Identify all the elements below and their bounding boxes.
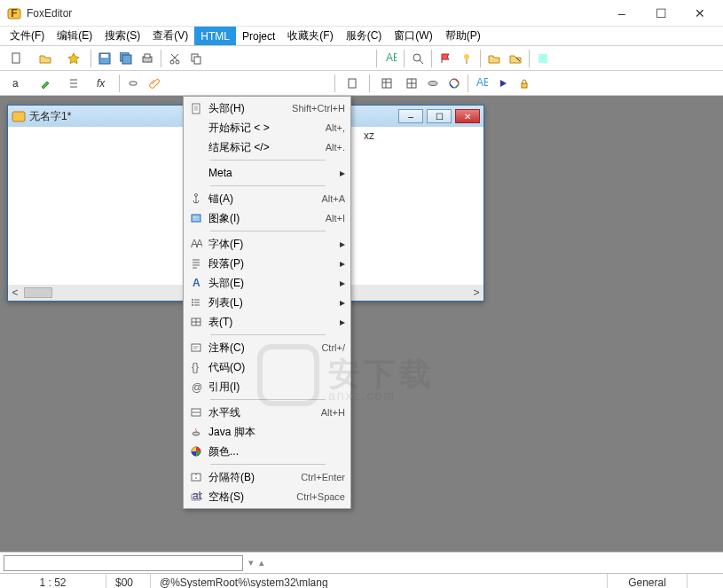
svg-text:AB: AB xyxy=(476,77,488,89)
spellcheck-button[interactable]: ABC xyxy=(381,49,400,68)
scroll-right-icon[interactable]: > xyxy=(469,286,483,299)
menuitem-label: Java 脚本 xyxy=(208,425,345,440)
menuitem-o[interactable]: {}代码(O) xyxy=(184,357,350,377)
color-icon xyxy=(187,444,205,459)
menuitem-[interactable]: 颜色... xyxy=(184,442,350,461)
menuitem-label: 引用(I) xyxy=(208,380,345,395)
print-button[interactable] xyxy=(138,49,157,68)
menuitem-shortcut: Shift+Ctrl+H xyxy=(292,103,345,114)
minimize-button[interactable]: – xyxy=(606,0,638,27)
quote-icon: @ xyxy=(187,380,205,394)
disk-button[interactable] xyxy=(423,74,443,93)
menuitem-[interactable]: 结尾标记 </>Alt+. xyxy=(184,137,350,157)
menuitem-i[interactable]: 图象(I)Alt+I xyxy=(184,208,350,228)
svg-rect-16 xyxy=(538,54,547,63)
list-tool-button[interactable] xyxy=(60,74,87,93)
menu-搜索s[interactable]: 搜索(S) xyxy=(98,27,146,45)
menu-收藏夹f[interactable]: 收藏夹(F) xyxy=(281,27,339,45)
table-tool-button[interactable] xyxy=(402,74,421,93)
toolbar-1: ABC xyxy=(0,46,723,71)
menu-服务c[interactable]: 服务(C) xyxy=(340,27,389,45)
find-next-icon[interactable]: ▾ xyxy=(248,557,254,568)
svg-rect-6 xyxy=(122,55,131,64)
doc-tool-button[interactable] xyxy=(339,74,365,93)
close-button[interactable]: ✕ xyxy=(684,0,716,27)
flag-button[interactable] xyxy=(436,49,455,68)
color-button[interactable] xyxy=(444,74,464,93)
menuitem-shortcut: Alt+A xyxy=(321,193,345,204)
menuitem-shortcut: Alt+, xyxy=(326,122,345,133)
cut-button[interactable] xyxy=(165,49,185,68)
save-all-button[interactable] xyxy=(116,49,136,68)
menuitem-label: 空格(S) xyxy=(208,490,296,505)
editor-maximize-button[interactable]: ☐ xyxy=(427,109,452,123)
menuitem-b[interactable]: 分隔符(B)Ctrl+Enter xyxy=(184,467,350,487)
play-button[interactable] xyxy=(493,74,513,93)
svg-rect-2 xyxy=(12,53,20,63)
menuitem-label: 图象(I) xyxy=(208,211,326,226)
svg-text:A: A xyxy=(196,238,202,250)
menuitem-shortcut: Alt+H xyxy=(321,407,345,418)
search-input[interactable] xyxy=(4,555,243,571)
scroll-thumb[interactable] xyxy=(24,287,52,298)
doc-icon xyxy=(187,101,205,115)
highlight-button[interactable] xyxy=(533,49,553,68)
menuitem-l[interactable]: 列表(L)▸ xyxy=(184,293,350,312)
save-button[interactable] xyxy=(95,49,114,68)
attachment-button[interactable] xyxy=(145,74,164,93)
svg-text:{}: {} xyxy=(192,361,199,373)
menu-project[interactable]: Project xyxy=(236,27,281,45)
comment-icon xyxy=(187,341,205,355)
brush-button[interactable] xyxy=(32,74,59,93)
menuitem-c[interactable]: 注释(C)Ctrl+/ xyxy=(184,338,350,357)
svg-rect-4 xyxy=(101,54,108,58)
link-button[interactable] xyxy=(123,74,143,93)
menuitem-meta[interactable]: Meta▸ xyxy=(184,163,350,183)
menuitem-h[interactable]: 头部(H)Shift+Ctrl+H xyxy=(184,98,350,118)
menuitem-s[interactable]: ab空格(S)Ctrl+Space xyxy=(184,487,350,506)
menuitem-[interactable]: 开始标记 < >Alt+, xyxy=(184,118,350,137)
svg-rect-39 xyxy=(192,344,200,351)
editor-close-button[interactable]: ✕ xyxy=(455,109,480,123)
lock-button[interactable] xyxy=(515,74,534,93)
copy-button[interactable] xyxy=(186,49,206,68)
folder-button[interactable] xyxy=(484,49,504,68)
menuitem-[interactable]: 水平线Alt+H xyxy=(184,403,350,422)
svg-point-31 xyxy=(193,216,195,218)
function-button[interactable]: fx xyxy=(89,74,115,93)
menuitem-i[interactable]: @引用(I) xyxy=(184,377,350,396)
menuitem-a[interactable]: 锚(A)Alt+A xyxy=(184,189,350,208)
pushpin-button[interactable] xyxy=(457,49,476,68)
maximize-button[interactable]: ☐ xyxy=(645,0,677,27)
menu-窗口w[interactable]: 窗口(W) xyxy=(388,27,438,45)
menuitem-label: 结尾标记 </> xyxy=(208,140,326,155)
submenu-arrow-icon: ▸ xyxy=(336,277,345,289)
open-button[interactable] xyxy=(32,49,59,68)
menu-文件f[interactable]: 文件(F) xyxy=(4,27,51,45)
edit-folder-button[interactable] xyxy=(506,49,525,68)
search-button[interactable] xyxy=(408,49,428,68)
text-ab-button[interactable]: AB xyxy=(472,74,491,93)
menu-查看v[interactable]: 查看(V) xyxy=(146,27,194,45)
favorite-button[interactable] xyxy=(60,49,87,68)
blank-icon xyxy=(187,140,205,154)
menuitem-t[interactable]: 表(T)▸ xyxy=(184,312,350,332)
menuitem-java[interactable]: Java 脚本 xyxy=(184,422,350,442)
menuitem-f[interactable]: AA字体(F)▸ xyxy=(184,234,350,254)
para-icon xyxy=(187,256,205,270)
layout-tool-button[interactable] xyxy=(373,74,400,93)
menuitem-label: 代码(O) xyxy=(208,360,345,375)
text-tool-button[interactable]: a xyxy=(4,74,30,93)
menuitem-e[interactable]: A头部(E)▸ xyxy=(184,273,350,293)
find-prev-icon[interactable]: ▴ xyxy=(259,557,264,568)
menu-编辑e[interactable]: 编辑(E) xyxy=(51,27,98,45)
scroll-left-icon[interactable]: < xyxy=(8,286,22,299)
new-button[interactable] xyxy=(4,49,30,68)
editor-minimize-button[interactable]: – xyxy=(398,109,423,123)
menuitem-shortcut: Ctrl+/ xyxy=(321,342,345,353)
menu-帮助p[interactable]: 帮助(P) xyxy=(439,27,487,45)
svg-rect-30 xyxy=(192,215,200,222)
svg-rect-19 xyxy=(130,82,137,85)
menuitem-p[interactable]: 段落(P)▸ xyxy=(184,254,350,273)
menu-html[interactable]: HTML xyxy=(194,27,236,45)
